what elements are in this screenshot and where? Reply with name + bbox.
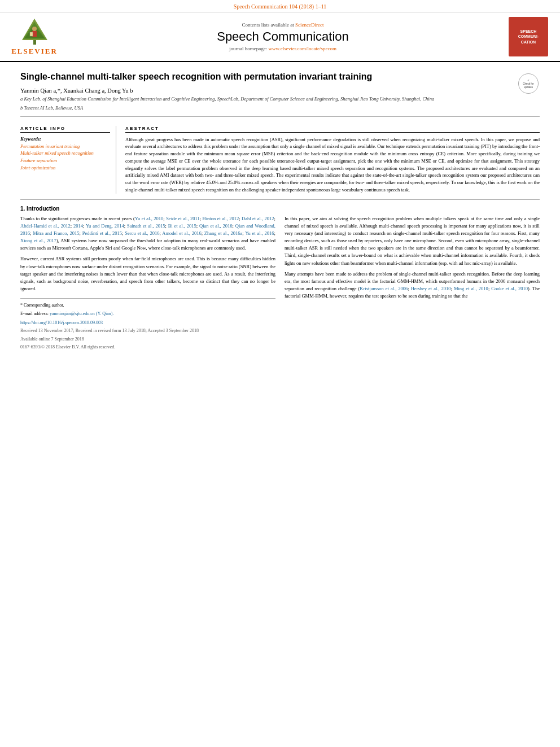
article-body: Single-channel multi-talker speech recog… <box>0 62 560 360</box>
ref-mitra2015[interactable]: Mitra and Franco, 2015 <box>33 230 79 236</box>
article-info-col: ARTICLE INFO Keywords: Permutation invar… <box>20 126 116 194</box>
elsevier-logo: ELSEVIER <box>9 17 60 56</box>
keyword-3: Feature separation <box>20 157 110 164</box>
footnote-area: * Corresponding author. E-mail address: … <box>20 298 275 317</box>
ref-ming2010[interactable]: Ming et al., 2010 <box>454 286 488 291</box>
two-col-main: Thanks to the significant progresses mad… <box>20 215 540 351</box>
affiliation-a: a Key Lab. of Shanghai Education Commiss… <box>20 96 510 103</box>
check-updates-badge: ✓ Check forupdates <box>517 71 540 94</box>
ref-seide2011[interactable]: Seide et al., 2011 <box>166 216 200 221</box>
ref-sercu2016[interactable]: Sercu et al., 2016 <box>125 230 159 236</box>
footnote-email-label: E-mail address: <box>20 311 50 316</box>
article-info-heading: ARTICLE INFO <box>20 126 110 133</box>
authors: Yanmin Qian a,*, Xuankai Chang a, Dong Y… <box>20 88 133 94</box>
keyword-4: Joint-optimization <box>20 164 110 172</box>
svg-rect-6 <box>30 32 33 36</box>
abstract-col: ABSTRACT Although great progress has bee… <box>125 126 540 194</box>
ref-zhang2016a[interactable]: Zhang et al., 2016a <box>204 230 242 236</box>
received-line: Received 13 November 2017; Received in r… <box>20 327 275 334</box>
keyword-1: Permutation invariant training <box>20 143 110 150</box>
ref-kristjansson2006[interactable]: Kristjansson et al., 2006 <box>360 286 408 291</box>
speech-communication-badge: SPEECH COMMUNI- CATION <box>509 17 548 56</box>
authors-line: Yanmin Qian a,*, Xuankai Chang a, Dong Y… <box>20 88 510 94</box>
article-info-abstract: ARTICLE INFO Keywords: Permutation invar… <box>20 120 540 200</box>
homepage-line: journal homepage: www.elsevier.com/locat… <box>65 46 500 51</box>
intro-col-right: In this paper, we aim at solving the spe… <box>285 215 540 351</box>
copyright-line: 0167-6393/© 2018 Elsevier B.V. All right… <box>20 344 275 351</box>
section1-title: 1. Introduction <box>20 206 540 212</box>
journal-center: Contents lists available at ScienceDirec… <box>65 17 500 56</box>
ref-hinton2012[interactable]: Hinton et al., 2012 <box>203 216 239 221</box>
page: Speech Communication 104 (2018) 1–11 <box>0 0 560 747</box>
keywords-title: Keywords: <box>20 136 110 142</box>
journal-banner: Speech Communication 104 (2018) 1–11 <box>0 0 560 12</box>
journal-title: Speech Communication <box>65 29 500 44</box>
available-line: Available online 7 September 2018 <box>20 336 275 343</box>
abstract-heading: ABSTRACT <box>125 126 540 133</box>
journal-header: ELSEVIER Contents lists available at Sci… <box>0 12 560 62</box>
ref-abdel2014[interactable]: 2014 <box>73 223 83 229</box>
ref-xiong2017[interactable]: Xiong et al., 2017 <box>20 238 56 243</box>
ref-yu2016[interactable]: Yu et al., 2016 <box>245 230 274 236</box>
article-title-text: Single-channel multi-talker speech recog… <box>20 71 510 112</box>
speech-badge: SPEECH COMMUNI- CATION <box>506 17 551 56</box>
ref-sainath2015[interactable]: Sainath et al., 2015 <box>127 223 165 229</box>
homepage-url[interactable]: www.elsevier.com/locate/specom <box>269 46 336 51</box>
doi-link: https://doi.org/10.1016/j.specom.2018.09… <box>20 320 275 326</box>
ref-amodel2016[interactable]: Amodel et al., 2016 <box>162 230 201 236</box>
intro-right-para-1: In this paper, we aim at solving the spe… <box>285 215 540 267</box>
check-updates-icon: ✓ Check forupdates <box>518 73 539 94</box>
abstract-text: Although great progress has been made in… <box>125 136 540 194</box>
ref-bi2015[interactable]: Bi et al., 2015 <box>168 223 196 229</box>
ref-yu2010[interactable]: Yu et al., 2010 <box>135 216 163 221</box>
article-title: Single-channel multi-talker speech recog… <box>20 71 510 83</box>
ref-dahl2012[interactable]: Dahl et al., 2012 <box>242 216 274 221</box>
footnote-email-line: E-mail address: yanminqian@sjtu.edu.cn (… <box>20 311 275 317</box>
article-title-section: Single-channel multi-talker speech recog… <box>20 71 540 117</box>
affiliation-b: b Tencent AI Lab, Bellevue, USA <box>20 105 510 112</box>
footnote-corresponding: * Corresponding author. <box>20 302 275 309</box>
ref-hershey2010[interactable]: Hershey et al., 2010 <box>411 286 451 291</box>
intro-para-1: Thanks to the significant progresses mad… <box>20 215 275 252</box>
keyword-2: Multi-talker mixed speech recognition <box>20 150 110 157</box>
ref-qian2016[interactable]: Qian et al., 2016 <box>199 223 233 229</box>
doi-url[interactable]: https://doi.org/10.1016/j.specom.2018.09… <box>20 320 103 325</box>
ref-cooke2010[interactable]: Cooke et al., 2010 <box>491 286 528 291</box>
check-updates-label: Check forupdates <box>523 82 533 89</box>
intro-col-left: Thanks to the significant progresses mad… <box>20 215 275 351</box>
footnote-email[interactable]: yanminqian@sjtu.edu.cn (Y. Qian). <box>50 311 113 316</box>
intro-right-para-2: Many attempts have been made to address … <box>285 270 540 300</box>
ref-yudeng2014[interactable]: Yu and Deng, 2014 <box>86 223 124 229</box>
elsevier-wordmark: ELSEVIER <box>11 47 58 56</box>
sciencedirect-link[interactable]: ScienceDirect <box>295 22 323 28</box>
contents-line: Contents lists available at ScienceDirec… <box>65 22 500 28</box>
intro-para-2: However, current ASR systems still perfo… <box>20 255 275 292</box>
svg-point-4 <box>32 27 37 31</box>
journal-citation: Speech Communication 104 (2018) 1–11 <box>234 3 327 10</box>
ref-abdel2012[interactable]: Abdel-Hamid et al., 2012 <box>20 223 71 229</box>
elsevier-tree-icon <box>16 18 53 47</box>
ref-peddinti2015[interactable]: Peddinti et al., 2015 <box>82 230 122 236</box>
